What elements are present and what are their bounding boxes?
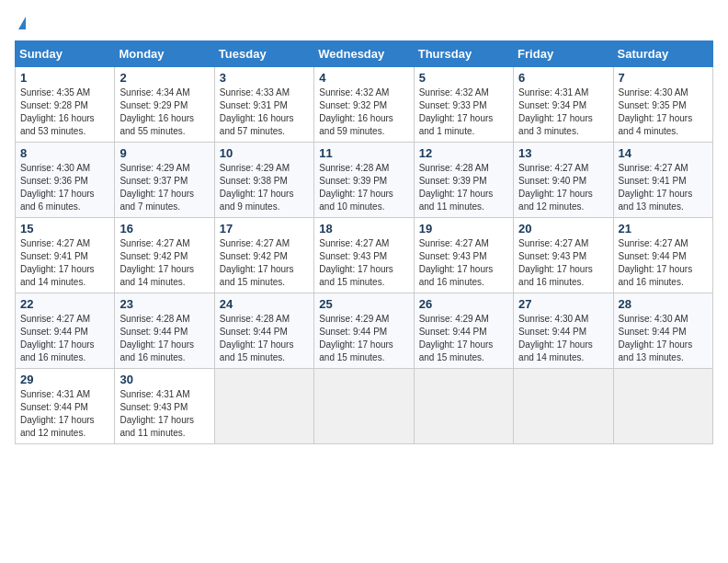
day-number: 15 <box>20 222 109 236</box>
calendar-cell: 17Sunrise: 4:27 AMSunset: 9:42 PMDayligh… <box>214 218 313 293</box>
calendar-cell: 6Sunrise: 4:31 AMSunset: 9:34 PMDaylight… <box>514 67 613 143</box>
day-details: Sunrise: 4:27 AMSunset: 9:44 PMDaylight:… <box>20 313 109 364</box>
day-details: Sunrise: 4:28 AMSunset: 9:39 PMDaylight:… <box>419 162 508 213</box>
day-details: Sunrise: 4:27 AMSunset: 9:43 PMDaylight:… <box>518 237 608 289</box>
day-details: Sunrise: 4:27 AMSunset: 9:42 PMDaylight:… <box>119 237 209 289</box>
day-details: Sunrise: 4:31 AMSunset: 9:43 PMDaylight:… <box>119 388 209 440</box>
calendar-header-monday: Monday <box>115 41 214 67</box>
calendar-cell <box>613 369 712 444</box>
calendar-cell <box>214 369 313 444</box>
day-number: 19 <box>419 222 508 236</box>
calendar-cell: 1Sunrise: 4:35 AMSunset: 9:28 PMDaylight… <box>16 67 115 143</box>
day-details: Sunrise: 4:30 AMSunset: 9:44 PMDaylight:… <box>619 313 708 364</box>
day-number: 11 <box>319 146 408 160</box>
day-details: Sunrise: 4:34 AMSunset: 9:29 PMDaylight:… <box>119 86 209 138</box>
day-number: 3 <box>220 71 309 85</box>
day-number: 24 <box>220 297 309 311</box>
calendar-header-row: SundayMondayTuesdayWednesdayThursdayFrid… <box>16 41 713 67</box>
calendar-cell: 2Sunrise: 4:34 AMSunset: 9:29 PMDaylight… <box>115 67 214 143</box>
logo <box>15 15 26 31</box>
day-details: Sunrise: 4:27 AMSunset: 9:43 PMDaylight:… <box>319 237 408 289</box>
day-number: 2 <box>119 71 209 85</box>
calendar-week-3: 15Sunrise: 4:27 AMSunset: 9:41 PMDayligh… <box>16 218 713 293</box>
day-details: Sunrise: 4:35 AMSunset: 9:28 PMDaylight:… <box>20 86 109 138</box>
day-details: Sunrise: 4:27 AMSunset: 9:43 PMDaylight:… <box>419 237 508 289</box>
day-number: 29 <box>20 373 109 386</box>
calendar-cell: 4Sunrise: 4:32 AMSunset: 9:32 PMDaylight… <box>314 67 414 143</box>
calendar-cell: 18Sunrise: 4:27 AMSunset: 9:43 PMDayligh… <box>314 218 414 293</box>
day-details: Sunrise: 4:27 AMSunset: 9:40 PMDaylight:… <box>518 162 608 213</box>
calendar-cell: 7Sunrise: 4:30 AMSunset: 9:35 PMDaylight… <box>613 67 712 143</box>
calendar-cell: 23Sunrise: 4:28 AMSunset: 9:44 PMDayligh… <box>115 293 214 369</box>
calendar-cell: 24Sunrise: 4:28 AMSunset: 9:44 PMDayligh… <box>214 293 313 369</box>
page-header <box>15 15 713 31</box>
calendar-cell <box>414 369 513 444</box>
day-details: Sunrise: 4:29 AMSunset: 9:44 PMDaylight:… <box>419 313 508 364</box>
calendar-week-5: 29Sunrise: 4:31 AMSunset: 9:44 PMDayligh… <box>16 369 713 444</box>
calendar-cell: 14Sunrise: 4:27 AMSunset: 9:41 PMDayligh… <box>613 143 712 218</box>
day-details: Sunrise: 4:29 AMSunset: 9:38 PMDaylight:… <box>220 162 309 213</box>
calendar-cell: 8Sunrise: 4:30 AMSunset: 9:36 PMDaylight… <box>16 143 115 218</box>
day-number: 1 <box>20 71 109 85</box>
day-details: Sunrise: 4:27 AMSunset: 9:41 PMDaylight:… <box>20 237 109 289</box>
day-details: Sunrise: 4:31 AMSunset: 9:34 PMDaylight:… <box>518 86 608 138</box>
calendar-header-sunday: Sunday <box>16 41 115 67</box>
day-number: 27 <box>518 297 608 311</box>
calendar-cell: 25Sunrise: 4:29 AMSunset: 9:44 PMDayligh… <box>314 293 414 369</box>
day-details: Sunrise: 4:29 AMSunset: 9:37 PMDaylight:… <box>119 162 209 213</box>
calendar-cell: 19Sunrise: 4:27 AMSunset: 9:43 PMDayligh… <box>414 218 513 293</box>
day-number: 30 <box>119 373 209 386</box>
day-details: Sunrise: 4:28 AMSunset: 9:44 PMDaylight:… <box>220 313 309 364</box>
day-number: 5 <box>419 71 508 85</box>
calendar-cell: 10Sunrise: 4:29 AMSunset: 9:38 PMDayligh… <box>214 143 313 218</box>
day-number: 12 <box>419 146 508 160</box>
day-number: 4 <box>319 71 408 85</box>
day-number: 28 <box>619 297 708 311</box>
calendar-header-friday: Friday <box>514 41 613 67</box>
logo-triangle-icon <box>18 17 26 29</box>
day-number: 7 <box>619 71 708 85</box>
day-details: Sunrise: 4:31 AMSunset: 9:44 PMDaylight:… <box>20 388 109 440</box>
day-details: Sunrise: 4:30 AMSunset: 9:35 PMDaylight:… <box>619 86 708 138</box>
day-number: 25 <box>319 297 408 311</box>
calendar-cell <box>514 369 613 444</box>
day-details: Sunrise: 4:28 AMSunset: 9:44 PMDaylight:… <box>119 313 209 364</box>
calendar-cell: 27Sunrise: 4:30 AMSunset: 9:44 PMDayligh… <box>514 293 613 369</box>
day-number: 21 <box>619 222 708 236</box>
calendar-header-thursday: Thursday <box>414 41 513 67</box>
day-number: 14 <box>619 146 708 160</box>
day-details: Sunrise: 4:27 AMSunset: 9:44 PMDaylight:… <box>619 237 708 289</box>
calendar-cell: 3Sunrise: 4:33 AMSunset: 9:31 PMDaylight… <box>214 67 313 143</box>
day-number: 9 <box>119 146 209 160</box>
calendar-header-wednesday: Wednesday <box>314 41 414 67</box>
day-number: 23 <box>119 297 209 311</box>
day-number: 17 <box>220 222 309 236</box>
day-number: 26 <box>419 297 508 311</box>
calendar-cell: 30Sunrise: 4:31 AMSunset: 9:43 PMDayligh… <box>115 369 214 444</box>
day-number: 6 <box>518 71 608 85</box>
day-details: Sunrise: 4:27 AMSunset: 9:41 PMDaylight:… <box>619 162 708 213</box>
calendar-cell: 15Sunrise: 4:27 AMSunset: 9:41 PMDayligh… <box>16 218 115 293</box>
day-details: Sunrise: 4:27 AMSunset: 9:42 PMDaylight:… <box>220 237 309 289</box>
calendar-header-saturday: Saturday <box>613 41 712 67</box>
calendar-cell: 16Sunrise: 4:27 AMSunset: 9:42 PMDayligh… <box>115 218 214 293</box>
calendar-cell: 22Sunrise: 4:27 AMSunset: 9:44 PMDayligh… <box>16 293 115 369</box>
day-details: Sunrise: 4:30 AMSunset: 9:44 PMDaylight:… <box>518 313 608 364</box>
calendar-cell: 13Sunrise: 4:27 AMSunset: 9:40 PMDayligh… <box>514 143 613 218</box>
calendar-cell <box>314 369 414 444</box>
calendar-week-2: 8Sunrise: 4:30 AMSunset: 9:36 PMDaylight… <box>16 143 713 218</box>
calendar-cell: 12Sunrise: 4:28 AMSunset: 9:39 PMDayligh… <box>414 143 513 218</box>
day-details: Sunrise: 4:32 AMSunset: 9:33 PMDaylight:… <box>419 86 508 138</box>
calendar-cell: 28Sunrise: 4:30 AMSunset: 9:44 PMDayligh… <box>613 293 712 369</box>
calendar-week-1: 1Sunrise: 4:35 AMSunset: 9:28 PMDaylight… <box>16 67 713 143</box>
calendar-cell: 21Sunrise: 4:27 AMSunset: 9:44 PMDayligh… <box>613 218 712 293</box>
day-number: 22 <box>20 297 109 311</box>
calendar-week-4: 22Sunrise: 4:27 AMSunset: 9:44 PMDayligh… <box>16 293 713 369</box>
day-details: Sunrise: 4:30 AMSunset: 9:36 PMDaylight:… <box>20 162 109 213</box>
day-details: Sunrise: 4:33 AMSunset: 9:31 PMDaylight:… <box>220 86 309 138</box>
calendar-cell: 20Sunrise: 4:27 AMSunset: 9:43 PMDayligh… <box>514 218 613 293</box>
day-number: 20 <box>518 222 608 236</box>
calendar-cell: 5Sunrise: 4:32 AMSunset: 9:33 PMDaylight… <box>414 67 513 143</box>
day-details: Sunrise: 4:28 AMSunset: 9:39 PMDaylight:… <box>319 162 408 213</box>
day-details: Sunrise: 4:29 AMSunset: 9:44 PMDaylight:… <box>319 313 408 364</box>
